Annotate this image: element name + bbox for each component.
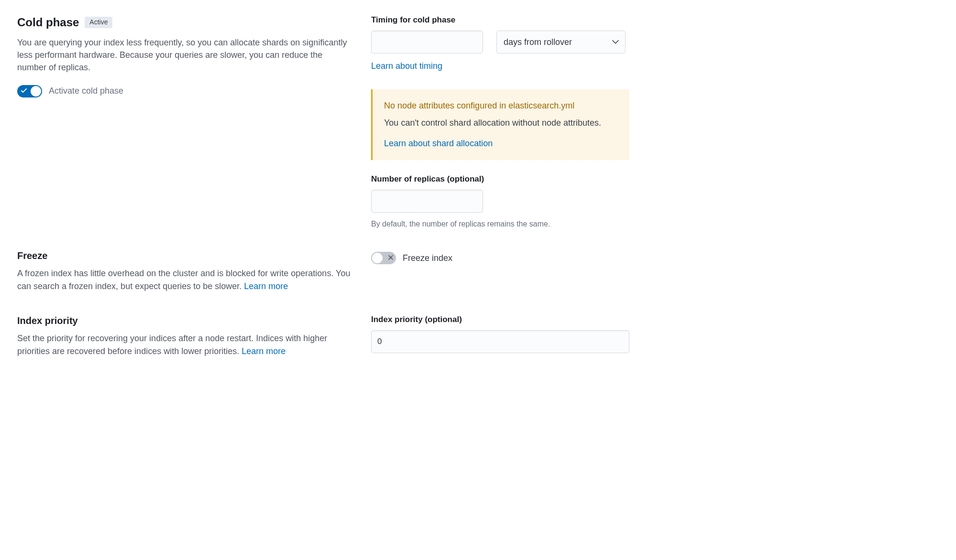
callout-body: You can't control shard allocation witho…	[384, 117, 618, 129]
shard-allocation-callout: No node attributes configured in elastic…	[371, 89, 629, 160]
timing-unit-select[interactable]: days from rollover	[496, 31, 626, 54]
freeze-section: Freeze A frozen index has little overhea…	[17, 249, 629, 293]
cold-phase-title: Cold phase	[17, 14, 79, 31]
activate-toggle-label: Activate cold phase	[49, 85, 123, 97]
priority-description: Set the priority for recovering your ind…	[17, 332, 352, 358]
timing-label: Timing for cold phase	[371, 14, 629, 26]
timing-value-input[interactable]	[371, 31, 483, 54]
freeze-title: Freeze	[17, 249, 352, 262]
check-icon	[21, 87, 27, 96]
priority-input[interactable]	[371, 330, 629, 353]
priority-learn-more-link[interactable]: Learn more	[242, 346, 286, 356]
freeze-index-toggle[interactable]	[371, 252, 396, 264]
freeze-learn-more-link[interactable]: Learn more	[244, 281, 288, 291]
active-badge: Active	[85, 17, 112, 28]
index-priority-section: Index priority Set the priority for reco…	[17, 314, 629, 358]
learn-about-timing-link[interactable]: Learn about timing	[371, 61, 442, 71]
callout-title: No node attributes configured in elastic…	[384, 100, 618, 112]
learn-shard-allocation-link[interactable]: Learn about shard allocation	[384, 139, 493, 148]
freeze-description: A frozen index has little overhead on th…	[17, 267, 352, 293]
replicas-help-text: By default, the number of replicas remai…	[371, 218, 629, 230]
replicas-label: Number of replicas (optional)	[371, 173, 629, 185]
priority-title: Index priority	[17, 314, 352, 327]
x-icon	[388, 254, 393, 262]
replicas-input[interactable]	[371, 190, 483, 213]
freeze-toggle-label: Freeze index	[403, 252, 452, 264]
cold-phase-section: Cold phase Active You are querying your …	[17, 14, 629, 230]
cold-phase-description: You are querying your index less frequen…	[17, 36, 352, 74]
priority-input-label: Index priority (optional)	[371, 314, 629, 325]
activate-cold-phase-toggle[interactable]	[17, 85, 42, 97]
